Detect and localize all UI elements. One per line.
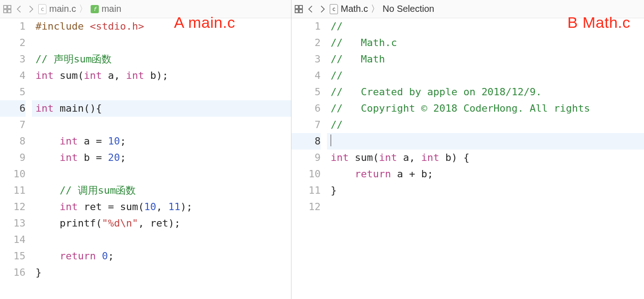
line-number: 7 <box>291 117 321 133</box>
function-icon: f <box>91 5 99 13</box>
line-number: 3 <box>291 51 321 67</box>
line-number: 11 <box>291 182 321 199</box>
code-line[interactable]: // <box>327 67 644 84</box>
breadcrumb-file[interactable]: c main.c <box>38 4 76 14</box>
code-area[interactable]: #include <stdio.h>// 声明sum函数int sum(int … <box>32 18 291 299</box>
line-gutter: 123456789101112 <box>291 18 327 299</box>
line-number: 9 <box>291 150 321 166</box>
code-area[interactable]: //// Math.c// Math//// Created by apple … <box>327 18 644 299</box>
jump-bar-right: c Math.c 〉 No Selection <box>291 0 644 18</box>
code-line[interactable]: // Created by apple on 2018/12/9. <box>327 84 644 100</box>
line-number: 14 <box>0 232 26 248</box>
code-editor-left[interactable]: 12345678910111213141516 #include <stdio.… <box>0 18 291 299</box>
code-line[interactable] <box>327 133 644 150</box>
code-line[interactable]: } <box>32 264 291 281</box>
code-line[interactable] <box>32 232 291 248</box>
code-line[interactable]: int b = 20; <box>32 150 291 166</box>
related-items-icon[interactable] <box>3 5 12 14</box>
chevron-right-icon: 〉 <box>371 3 380 15</box>
line-number: 2 <box>0 35 26 51</box>
code-line[interactable] <box>32 35 291 51</box>
line-number: 6 <box>0 100 26 117</box>
code-line[interactable]: #include <stdio.h> <box>32 18 291 35</box>
workspace: c main.c 〉 f main A main.c 1234567891011… <box>0 0 644 299</box>
nav-forward-icon[interactable] <box>26 5 36 14</box>
code-line[interactable]: int main(){ <box>32 100 291 117</box>
c-file-icon: c <box>330 4 338 14</box>
line-number: 13 <box>0 215 26 232</box>
editor-pane-left: c main.c 〉 f main A main.c 1234567891011… <box>0 0 291 299</box>
code-line[interactable]: return 0; <box>32 248 291 264</box>
svg-rect-1 <box>8 5 11 9</box>
line-number: 10 <box>0 166 26 182</box>
line-number: 5 <box>0 84 26 100</box>
line-number: 6 <box>291 100 321 117</box>
breadcrumb-symbol[interactable]: No Selection <box>383 4 434 14</box>
line-number: 15 <box>0 248 26 264</box>
nav-forward-icon[interactable] <box>318 5 327 14</box>
code-line[interactable]: printf("%d\n", ret); <box>32 215 291 232</box>
code-line[interactable]: // Math <box>327 51 644 67</box>
svg-rect-5 <box>299 5 302 9</box>
text-cursor <box>331 134 331 146</box>
line-number: 11 <box>0 182 26 199</box>
related-items-icon[interactable] <box>294 5 303 14</box>
svg-rect-4 <box>295 5 298 9</box>
editor-pane-right: c Math.c 〉 No Selection B Math.c 1234567… <box>291 0 644 299</box>
line-number: 8 <box>291 133 321 150</box>
breadcrumb-symbol-label: main <box>102 4 121 14</box>
line-number: 1 <box>0 18 26 35</box>
nav-back-icon[interactable] <box>15 5 24 14</box>
code-line[interactable] <box>32 117 291 133</box>
code-line[interactable] <box>327 199 644 215</box>
line-number: 9 <box>0 150 26 166</box>
code-line[interactable]: // <box>327 117 644 133</box>
line-number: 1 <box>291 18 321 35</box>
line-number: 10 <box>291 166 321 182</box>
code-line[interactable] <box>32 84 291 100</box>
code-line[interactable]: return a + b; <box>327 166 644 182</box>
line-number: 7 <box>0 117 26 133</box>
svg-rect-3 <box>8 10 11 13</box>
code-line[interactable]: int a = 10; <box>32 133 291 150</box>
chevron-right-icon: 〉 <box>79 3 88 15</box>
line-number: 12 <box>0 199 26 215</box>
svg-rect-6 <box>295 10 298 13</box>
svg-rect-2 <box>4 10 7 13</box>
c-file-icon: c <box>38 4 46 14</box>
jump-bar-left: c main.c 〉 f main <box>0 0 291 18</box>
code-line[interactable]: int sum(int a, int b); <box>32 67 291 84</box>
line-number: 3 <box>0 51 26 67</box>
breadcrumb-file[interactable]: c Math.c <box>330 4 368 14</box>
code-line[interactable]: // 调用sum函数 <box>32 182 291 199</box>
breadcrumb-file-label: Math.c <box>341 4 368 14</box>
code-line[interactable] <box>32 166 291 182</box>
code-line[interactable]: } <box>327 182 644 199</box>
code-editor-right[interactable]: 123456789101112 //// Math.c// Math//// C… <box>291 18 644 299</box>
code-line[interactable]: // Math.c <box>327 35 644 51</box>
breadcrumb-file-label: main.c <box>49 4 76 14</box>
breadcrumb-symbol-label: No Selection <box>383 4 434 14</box>
line-number: 8 <box>0 133 26 150</box>
line-number: 2 <box>291 35 321 51</box>
line-number: 4 <box>0 67 26 84</box>
line-number: 5 <box>291 84 321 100</box>
line-number: 4 <box>291 67 321 84</box>
code-line[interactable]: // 声明sum函数 <box>32 51 291 67</box>
line-number: 12 <box>291 199 321 215</box>
line-gutter: 12345678910111213141516 <box>0 18 32 299</box>
svg-rect-7 <box>299 10 302 13</box>
svg-rect-0 <box>4 5 7 9</box>
code-line[interactable]: int sum(int a, int b) { <box>327 150 644 166</box>
line-number: 16 <box>0 264 26 281</box>
breadcrumb-symbol[interactable]: f main <box>91 4 121 14</box>
code-line[interactable]: // <box>327 18 644 35</box>
code-line[interactable]: // Copyright © 2018 CoderHong. All right… <box>327 100 644 117</box>
nav-back-icon[interactable] <box>306 5 315 14</box>
code-line[interactable]: int ret = sum(10, 11); <box>32 199 291 215</box>
